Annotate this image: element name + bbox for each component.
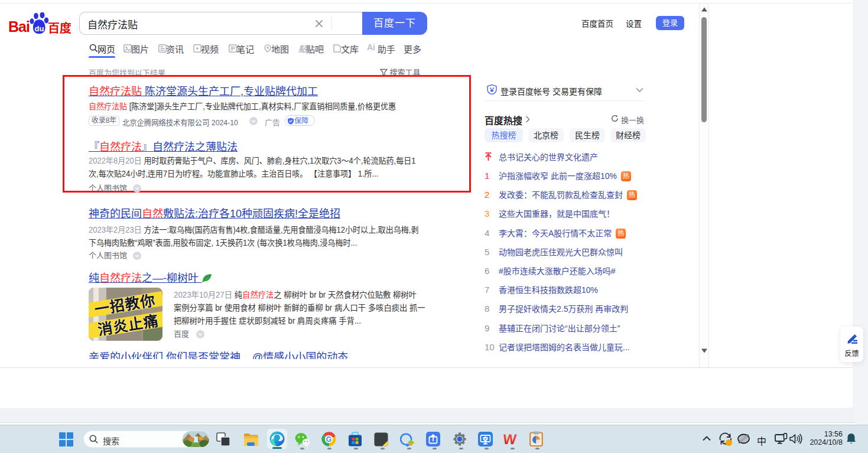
svg-text:百度: 百度 [48,21,71,34]
svg-text:Bai: Bai [9,18,30,34]
svg-text:G: G [326,435,331,444]
svg-text:du: du [35,24,44,33]
svg-text:W: W [503,432,518,447]
